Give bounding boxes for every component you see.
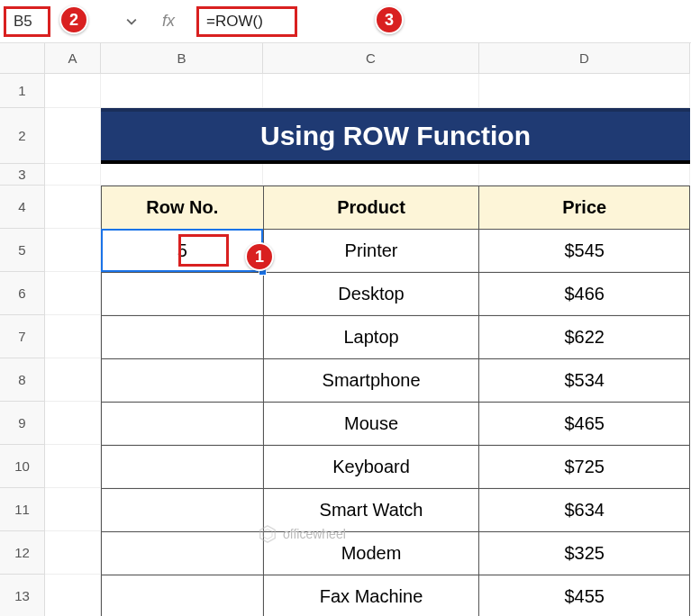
table-row: Modem$325 [102,532,690,575]
row-header-4[interactable]: 4 [0,186,45,229]
cell-price[interactable]: $466 [479,273,690,316]
header-product[interactable]: Product [263,186,479,230]
cell-rowno[interactable] [102,273,264,316]
cell[interactable] [45,531,101,575]
row-header-2[interactable]: 2 [0,108,45,164]
row-header-1[interactable]: 1 [0,74,45,108]
cell[interactable] [479,74,690,108]
cell[interactable] [45,445,101,488]
row-header-9[interactable]: 9 [0,402,45,445]
row-headers: 1 2 3 4 5 6 7 8 9 10 11 12 13 14 [0,74,45,616]
cell-price[interactable]: $725 [479,446,690,489]
table-row: Mouse$465 [102,403,690,446]
table-header-row: Row No. Product Price [102,186,690,230]
column-header-a[interactable]: A [45,43,101,74]
column-header-b[interactable]: B [101,43,263,74]
cell[interactable] [101,74,263,108]
cell-product[interactable]: Modem [263,532,479,575]
fx-label: fx [162,12,175,31]
cell-product[interactable]: Smart Watch [263,489,479,532]
row-header-12[interactable]: 12 [0,531,45,575]
cell-rowno[interactable] [102,446,264,489]
cell[interactable] [45,315,101,358]
cell-product[interactable]: Fax Machine [263,575,479,617]
cell-product[interactable]: Smartphone [263,359,479,403]
callout-3: 3 [375,5,404,34]
cell-price[interactable]: $622 [479,316,690,359]
table-row: Smart Watch$634 [102,489,690,532]
cell[interactable] [45,358,101,402]
grid[interactable]: Using ROW Function Row No. Product Price… [45,74,690,616]
cell[interactable] [45,108,101,164]
cell-price[interactable]: $634 [479,489,690,532]
cell-product[interactable]: Desktop [263,273,479,316]
table-row: Smartphone$534 [102,359,690,403]
chevron-down-icon [126,16,137,27]
cell[interactable] [45,575,101,616]
row-header-5[interactable]: 5 [0,229,45,272]
row-header-13[interactable]: 13 [0,575,45,616]
table-row: Fax Machine$455 [102,575,690,617]
cell[interactable] [45,164,101,186]
header-price[interactable]: Price [479,186,690,230]
row-header-8[interactable]: 8 [0,358,45,402]
name-box-dropdown[interactable] [123,13,141,31]
cell-rowno[interactable] [102,316,264,359]
table-row: Desktop$466 [102,273,690,316]
cell-rowno[interactable] [102,532,264,575]
cell[interactable] [45,272,101,315]
cell-rowno[interactable] [102,575,264,617]
cell-product[interactable]: Mouse [263,403,479,446]
cell-price[interactable]: $545 [479,230,690,273]
column-header-c[interactable]: C [263,43,479,74]
column-header-d[interactable]: D [479,43,690,74]
row-header-6[interactable]: 6 [0,272,45,315]
callout-2: 2 [59,5,88,34]
cell[interactable] [45,229,101,272]
cell-product[interactable]: Laptop [263,316,479,359]
row-header-10[interactable]: 10 [0,445,45,488]
cell[interactable] [263,74,479,108]
title-banner: Using ROW Function [101,108,690,164]
name-box[interactable]: B5 [4,6,50,37]
cell-price[interactable]: $325 [479,532,690,575]
cell-product[interactable]: Printer [263,230,479,273]
cell-product[interactable]: Keyboard [263,446,479,489]
cell[interactable] [45,488,101,531]
table-row: Keyboard$725 [102,446,690,489]
cell[interactable] [45,402,101,445]
formula-input-border: =ROW() [196,6,297,37]
cell-rowno[interactable] [102,359,264,403]
table-row: Laptop$622 [102,316,690,359]
highlight-value [178,234,229,267]
cell[interactable] [45,74,101,108]
cell-price[interactable]: $465 [479,403,690,446]
cell[interactable] [45,186,101,229]
cell-price[interactable]: $534 [479,359,690,403]
cell-rowno[interactable] [102,403,264,446]
row-header-3[interactable]: 3 [0,164,45,186]
cell[interactable] [263,164,479,186]
formula-bar: B5 fx =ROW() [0,0,691,43]
select-all-corner[interactable] [0,43,45,74]
column-headers: A B C D [45,43,690,74]
cell[interactable] [101,164,263,186]
cell-rowno[interactable] [102,489,264,532]
callout-1: 1 [245,242,274,271]
formula-input[interactable]: =ROW() [206,13,287,31]
cell-price[interactable]: $455 [479,575,690,617]
row-header-11[interactable]: 11 [0,488,45,531]
row-header-7[interactable]: 7 [0,315,45,358]
header-rowno[interactable]: Row No. [102,186,264,230]
cell[interactable] [479,164,690,186]
